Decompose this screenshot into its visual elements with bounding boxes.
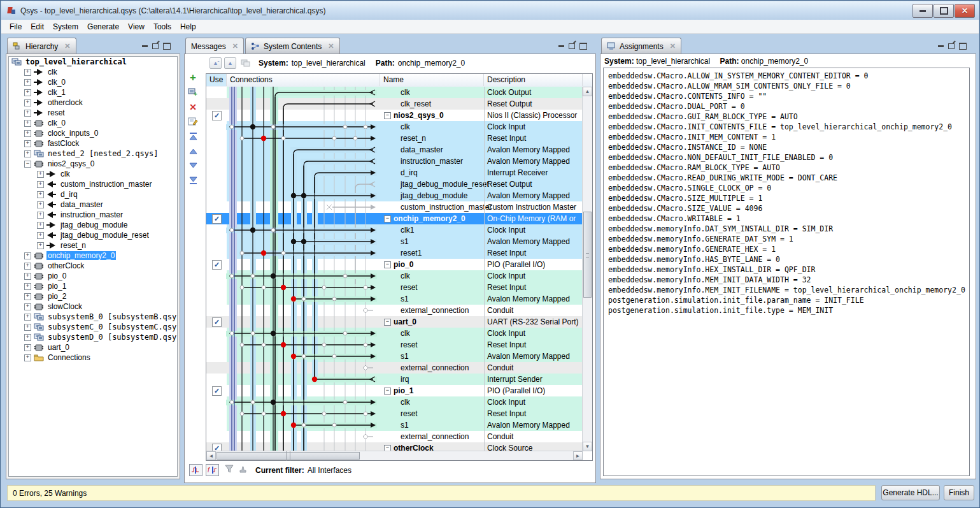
- tree-item-reset_n[interactable]: +reset_n: [9, 240, 177, 250]
- tree-item-jtag_debug_module[interactable]: +jtag_debug_module: [9, 220, 177, 230]
- move-top-icon[interactable]: [187, 131, 199, 142]
- expand-icon[interactable]: +: [24, 89, 31, 96]
- tree-item-instruction_master[interactable]: +instruction_master: [9, 210, 177, 220]
- tree-item-slowClock[interactable]: +slowClock: [9, 301, 177, 312]
- tab-close-icon[interactable]: ✕: [64, 42, 70, 50]
- expand-icon[interactable]: +: [24, 79, 31, 86]
- tree-item-d_irq[interactable]: +d_irq: [9, 189, 177, 200]
- vertical-scrollbar[interactable]: ▲ ▼: [582, 87, 592, 451]
- remove-icon[interactable]: ✕: [187, 101, 199, 112]
- tree-item-clk_1[interactable]: +clk_1: [9, 87, 177, 98]
- collapse-icon[interactable]: −: [384, 112, 391, 119]
- expand-icon[interactable]: +: [24, 150, 31, 157]
- tree-item-nested_2[interactable]: +nested_2 [nested_2.qsys]: [9, 149, 177, 159]
- scroll-down-icon[interactable]: ▼: [583, 442, 592, 451]
- restore-button[interactable]: [934, 4, 954, 18]
- expand-icon[interactable]: +: [24, 273, 31, 280]
- funnel-icon[interactable]: [225, 465, 234, 475]
- menu-item-help[interactable]: Help: [176, 21, 201, 33]
- tab-messages[interactable]: Messages✕: [185, 38, 244, 54]
- finish-button[interactable]: Finish: [944, 485, 974, 500]
- collapse-icon[interactable]: −: [384, 261, 391, 268]
- expand-icon[interactable]: +: [24, 130, 31, 137]
- collapse-all-button[interactable]: ▲̄: [209, 57, 222, 69]
- tree-item-jtag_debug_module_reset[interactable]: +jtag_debug_module_reset: [9, 230, 177, 240]
- panel-minimize-icon[interactable]: [938, 45, 944, 47]
- expand-icon[interactable]: +: [37, 201, 44, 208]
- move-up-icon[interactable]: [187, 145, 199, 156]
- move-down-icon[interactable]: [187, 160, 199, 171]
- tree-item-clk_0[interactable]: +clk_0: [9, 118, 177, 128]
- scroll-right-icon[interactable]: ►: [573, 451, 583, 460]
- tab-hierarchy[interactable]: Hierarchy ✕: [7, 38, 76, 54]
- clock-domains-icon[interactable]: [189, 464, 202, 476]
- expand-icon[interactable]: +: [37, 232, 44, 239]
- collapse-icon[interactable]: −: [384, 215, 391, 222]
- close-button[interactable]: ✕: [955, 4, 975, 18]
- panel-maximize-icon[interactable]: [959, 43, 967, 50]
- minimize-button[interactable]: [913, 4, 933, 18]
- expand-icon[interactable]: +: [37, 181, 44, 188]
- panel-float-icon[interactable]: [948, 43, 955, 49]
- tree-item-clock_inputs_0[interactable]: +clock_inputs_0: [9, 128, 177, 138]
- scroll-up-icon[interactable]: ▲: [583, 87, 592, 96]
- menu-item-generate[interactable]: Generate: [83, 21, 124, 33]
- expand-icon[interactable]: +: [24, 252, 31, 259]
- panel-float-icon[interactable]: [569, 43, 575, 49]
- tree-item-top_level_hierarchical[interactable]: top_level_hierarchical: [9, 57, 177, 67]
- tree-item-nios2_qsys_0[interactable]: −nios2_qsys_0: [9, 159, 177, 169]
- scroll-left-icon[interactable]: ◄: [206, 451, 216, 460]
- panel-minimize-icon[interactable]: [142, 45, 148, 47]
- tree-item-pio_1[interactable]: +pio_1: [9, 281, 177, 291]
- generate-hdl-button[interactable]: Generate HDL...: [881, 485, 940, 500]
- tab-assignments[interactable]: Assignments ✕: [601, 38, 681, 54]
- tree-item-subsystemC_0[interactable]: +subsystemC_0 [subsystemC.qsys]: [9, 322, 177, 332]
- panel-float-icon[interactable]: [152, 43, 159, 49]
- expand-icon[interactable]: +: [24, 334, 31, 341]
- edit-icon[interactable]: [187, 116, 199, 127]
- expand-icon[interactable]: +: [24, 263, 31, 270]
- tab-close-icon[interactable]: ✕: [328, 42, 334, 50]
- title-bar[interactable]: Qsys - top_level_hierarchical.qsys (C:\a…: [1, 1, 979, 20]
- tree-item-custom_instruction_master[interactable]: +custom_instruction_master: [9, 179, 177, 189]
- connections-matrix[interactable]: [206, 87, 380, 451]
- tree-item-subsystemB_0[interactable]: +subsystemB_0 [subsystemB.qsys]: [9, 312, 177, 322]
- column-header-description[interactable]: Description: [484, 74, 583, 86]
- expand-icon[interactable]: +: [24, 354, 31, 361]
- panel-minimize-icon[interactable]: [558, 45, 564, 47]
- menu-item-tools[interactable]: Tools: [149, 21, 176, 33]
- expand-icon[interactable]: +: [24, 69, 31, 76]
- menu-item-file[interactable]: File: [5, 21, 26, 33]
- expand-icon[interactable]: +: [37, 242, 44, 249]
- scroll-thumb[interactable]: [583, 212, 592, 298]
- menu-item-edit[interactable]: Edit: [26, 21, 48, 33]
- panel-maximize-icon[interactable]: [579, 43, 587, 50]
- tree-item-pio_2[interactable]: +pio_2: [9, 291, 177, 301]
- menu-item-view[interactable]: View: [124, 21, 149, 33]
- column-header-connections[interactable]: Connections: [227, 74, 380, 86]
- tree-item-fastClock[interactable]: +fastClock: [9, 138, 177, 149]
- expand-icon[interactable]: +: [37, 171, 44, 178]
- expand-icon[interactable]: +: [24, 344, 31, 351]
- tab-close-icon[interactable]: ✕: [670, 42, 676, 50]
- horizontal-scrollbar[interactable]: ◄ ►: [206, 451, 583, 460]
- scroll-thumb[interactable]: [217, 452, 360, 460]
- collapse-icon[interactable]: −: [384, 319, 391, 326]
- tree-item-otherClock[interactable]: +otherClock: [9, 261, 177, 271]
- move-bottom-icon[interactable]: [187, 175, 199, 185]
- tree-item-data_master[interactable]: +data_master: [9, 200, 177, 210]
- frequency-filter-icon[interactable]: f: [206, 464, 219, 476]
- expand-icon[interactable]: +: [24, 314, 31, 321]
- tree-item-clk[interactable]: +clk: [9, 67, 177, 77]
- expand-icon[interactable]: +: [37, 212, 44, 219]
- expand-icon[interactable]: +: [24, 140, 31, 147]
- tree-item-otherclock[interactable]: +otherclock: [9, 98, 177, 108]
- expand-icon[interactable]: +: [37, 222, 44, 229]
- expand-icon[interactable]: +: [24, 110, 31, 117]
- tree-item-onchip_memory2_0[interactable]: +onchip_memory2_0: [9, 250, 177, 261]
- tree-item-clk[interactable]: +clk: [9, 169, 177, 179]
- expand-icon[interactable]: +: [24, 293, 31, 300]
- filter-stamp-icon[interactable]: [238, 465, 248, 475]
- add-system-icon[interactable]: +: [187, 87, 199, 98]
- panel-maximize-icon[interactable]: [163, 43, 171, 50]
